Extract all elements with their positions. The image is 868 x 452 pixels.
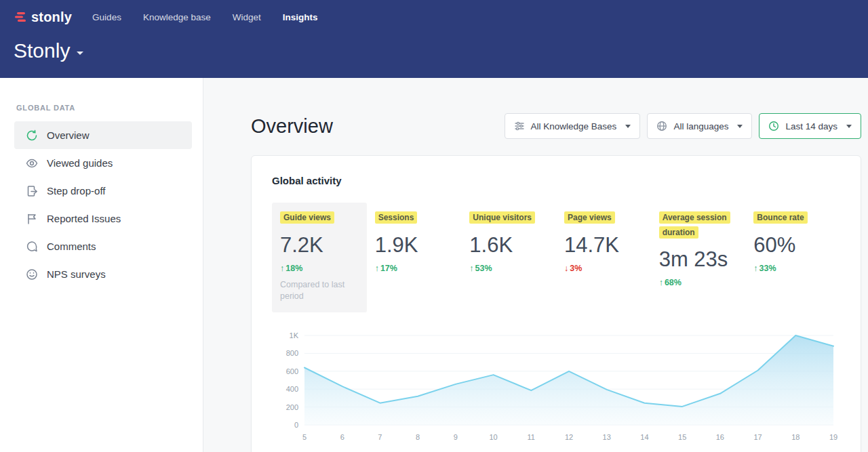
metric-value: 1.6K — [469, 233, 548, 258]
nav-item-knowledge-base[interactable]: Knowledge base — [143, 12, 211, 22]
svg-text:12: 12 — [565, 433, 573, 441]
workspace-selector[interactable]: Stonly — [14, 39, 854, 62]
svg-text:8: 8 — [416, 433, 420, 441]
metric-note: Compared to last period — [280, 279, 353, 303]
svg-text:15: 15 — [678, 433, 686, 441]
chevron-down-icon — [846, 125, 852, 128]
svg-text:5: 5 — [302, 433, 307, 441]
sidebar: GLOBAL DATA Overview Viewed guides — [0, 78, 203, 452]
nav-item-guides[interactable]: Guides — [92, 12, 121, 22]
knowledge-bases-filter[interactable]: All Knowledge Bases — [505, 113, 641, 139]
languages-filter[interactable]: All languages — [647, 113, 752, 139]
sliders-icon — [514, 121, 525, 131]
metric-unique-visitors[interactable]: Unique visitors 1.6K ↑53% — [461, 203, 556, 312]
metrics-row: Guide views 7.2K ↑18% Compared to last p… — [272, 203, 840, 312]
metric-sessions[interactable]: Sessions 1.9K ↑17% — [367, 203, 462, 312]
activity-area-chart: 02004006008001K5678910111213141516171819 — [272, 330, 840, 444]
flag-icon — [26, 213, 38, 225]
metric-page-views[interactable]: Page views 14.7K ↓3% — [556, 203, 651, 312]
comment-icon — [26, 241, 38, 253]
metric-avg-session-duration[interactable]: Average session duration 3m 23s ↑68% — [651, 203, 746, 312]
overview-icon — [26, 129, 38, 142]
stonly-logo[interactable]: stonly — [14, 9, 72, 25]
smiley-icon — [26, 268, 38, 281]
metric-delta: ↑33% — [753, 264, 832, 273]
svg-text:1K: 1K — [290, 331, 299, 340]
trend-arrow-icon: ↓ — [564, 264, 568, 273]
logo-text: stonly — [31, 9, 72, 25]
filters-bar: All Knowledge Bases All languages — [505, 113, 861, 139]
svg-text:7: 7 — [378, 433, 382, 441]
trend-arrow-icon: ↑ — [375, 264, 379, 273]
trend-arrow-icon: ↑ — [469, 264, 473, 273]
metric-delta: ↑53% — [469, 264, 548, 273]
metric-delta: ↓3% — [564, 264, 643, 273]
metric-value: 1.9K — [375, 233, 454, 258]
svg-text:10: 10 — [489, 433, 497, 441]
svg-text:600: 600 — [286, 367, 298, 375]
metric-value: 14.7K — [564, 233, 643, 258]
metric-label: Unique visitors — [469, 211, 545, 226]
svg-text:200: 200 — [286, 403, 298, 411]
workspace-title: Stonly — [14, 39, 70, 62]
sidebar-item-comments[interactable]: Comments — [14, 232, 192, 260]
metric-delta: ↑68% — [659, 278, 738, 287]
main-content: Overview All Knowledge Bases — [203, 78, 868, 452]
svg-text:9: 9 — [454, 433, 458, 441]
metric-label: Page views — [564, 211, 640, 226]
globe-icon — [656, 121, 667, 131]
chart-area: 02004006008001K5678910111213141516171819 — [272, 330, 840, 444]
stonly-logo-icon — [14, 10, 27, 24]
trend-arrow-icon: ↑ — [280, 264, 284, 273]
app-header: stonly Guides Knowledge base Widget Insi… — [0, 0, 868, 78]
sidebar-item-label: Viewed guides — [47, 157, 113, 169]
filter-label: All languages — [673, 121, 728, 131]
sidebar-item-label: NPS surveys — [47, 268, 106, 280]
svg-text:800: 800 — [286, 349, 298, 357]
sidebar-item-label: Overview — [47, 129, 90, 141]
sidebar-item-overview[interactable]: Overview — [14, 121, 192, 149]
sidebar-section-label: GLOBAL DATA — [16, 104, 203, 112]
svg-text:19: 19 — [829, 433, 837, 441]
svg-text:17: 17 — [753, 433, 762, 441]
svg-text:14: 14 — [640, 433, 648, 441]
metric-guide-views[interactable]: Guide views 7.2K ↑18% Compared to last p… — [272, 203, 367, 312]
svg-text:13: 13 — [603, 433, 611, 441]
nav-item-insights[interactable]: Insights — [283, 12, 318, 22]
metric-bounce-rate[interactable]: Bounce rate 60% ↑33% — [745, 203, 840, 312]
top-nav: Guides Knowledge base Widget Insights — [92, 12, 317, 22]
metric-delta: ↑17% — [375, 264, 454, 273]
filter-label: Last 14 days — [785, 121, 837, 131]
chevron-down-icon — [625, 125, 631, 128]
svg-text:6: 6 — [340, 433, 344, 441]
svg-text:16: 16 — [716, 433, 724, 441]
sidebar-item-step-drop-off[interactable]: Step drop-off — [14, 177, 192, 205]
workspace-caret-icon — [77, 52, 83, 55]
svg-text:18: 18 — [791, 433, 800, 441]
top-nav-bar: stonly Guides Knowledge base Widget Insi… — [14, 6, 854, 28]
metric-label: Sessions — [375, 211, 451, 226]
date-range-filter[interactable]: Last 14 days — [759, 113, 861, 139]
step-dropoff-icon — [26, 185, 38, 197]
filter-label: All Knowledge Bases — [531, 121, 617, 131]
metric-label: Average session duration — [659, 211, 735, 240]
svg-text:400: 400 — [286, 385, 298, 393]
svg-text:0: 0 — [294, 421, 298, 429]
card-title: Global activity — [272, 175, 840, 186]
page-title: Overview — [251, 115, 333, 138]
metric-value: 7.2K — [280, 233, 359, 258]
metric-label: Guide views — [280, 211, 356, 226]
sidebar-item-viewed-guides[interactable]: Viewed guides — [14, 149, 192, 177]
sidebar-item-reported-issues[interactable]: Reported Issues — [14, 205, 192, 232]
nav-item-widget[interactable]: Widget — [233, 12, 261, 22]
sidebar-item-label: Comments — [47, 241, 96, 252]
clock-icon — [768, 121, 779, 131]
sidebar-item-label: Step drop-off — [47, 185, 105, 197]
chevron-down-icon — [737, 125, 743, 128]
sidebar-item-nps-surveys[interactable]: NPS surveys — [14, 260, 192, 288]
metric-value: 60% — [753, 233, 832, 258]
metric-label: Bounce rate — [753, 211, 829, 226]
trend-arrow-icon: ↑ — [659, 278, 663, 287]
metric-delta: ↑18% — [280, 264, 359, 273]
svg-text:11: 11 — [528, 433, 535, 441]
